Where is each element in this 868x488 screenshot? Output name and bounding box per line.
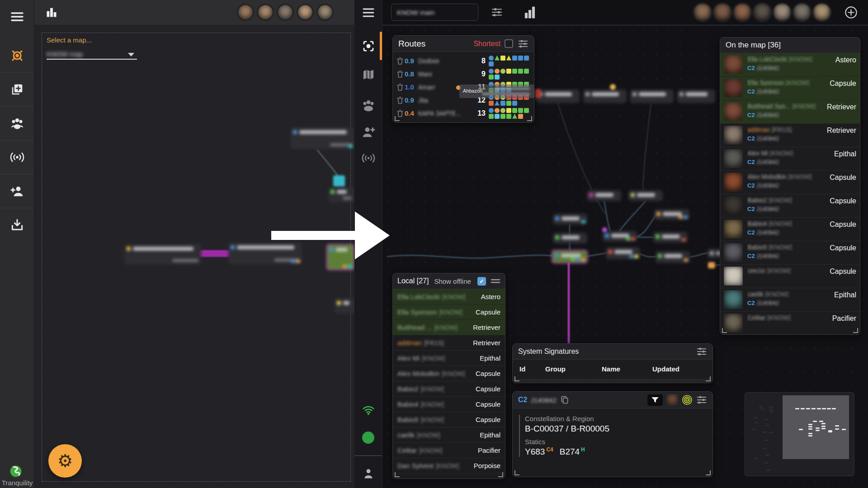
- map-system-node[interactable]: [656, 251, 690, 263]
- system-settings-sliders-icon[interactable]: [696, 394, 707, 405]
- resize-handle[interactable]: [498, 472, 503, 477]
- route-row[interactable]: 0.4 КАРА ЗАРТЕ... 13: [393, 107, 534, 120]
- map-settings-sliders-icon[interactable]: [491, 6, 503, 20]
- add-map-icon[interactable]: [0, 77, 34, 102]
- map-system-node[interactable]: [708, 262, 715, 268]
- pilot-row[interactable]: Babio5 [KNOW] C2 J140842 Capsule: [720, 241, 860, 265]
- pilot-avatar[interactable]: [724, 220, 743, 239]
- pilot-row[interactable]: addman [FR1S] C2 J140842 Retriever: [720, 124, 860, 147]
- pilot-name[interactable]: Ella LokClocki: [397, 293, 440, 300]
- resize-handle[interactable]: [395, 116, 400, 121]
- avatar[interactable]: [732, 2, 752, 22]
- map-system-node[interactable]: [677, 89, 715, 103]
- pilot-row[interactable]: Ella Syonson [KNOW] C2 J140842 Capsule: [720, 77, 860, 100]
- pilot-row[interactable]: Butthead Syo... [KNOW] C2 J140842 Retrie…: [720, 100, 860, 124]
- resize-handle[interactable]: [514, 376, 519, 381]
- map-system-node[interactable]: [333, 175, 345, 187]
- map-system-node[interactable]: [602, 227, 607, 232]
- menu-icon[interactable]: [354, 1, 382, 24]
- local-pilot-row[interactable]: Babio4 [KNOW] Capsule: [393, 397, 505, 412]
- map-name-input[interactable]: KNOW main: [391, 4, 478, 21]
- map-system-node[interactable]: [326, 244, 354, 270]
- pilot-row[interactable]: caelik [KNOW] C2 J140842 Epithal: [720, 288, 860, 312]
- map-system-node[interactable]: [654, 209, 689, 220]
- pilot-name[interactable]: Celitar: [747, 314, 765, 321]
- signature-rings-icon[interactable]: [682, 394, 693, 405]
- local-pilot-row[interactable]: caelik [KNOW] Epithal: [393, 427, 505, 443]
- pilot-row[interactable]: Alex Mi [KNOW] C2 J140842 Epithal: [720, 147, 860, 171]
- map-system-node[interactable]: [603, 231, 637, 242]
- avatar[interactable]: [277, 4, 294, 21]
- trash-icon[interactable]: [397, 84, 405, 91]
- pilot-name[interactable]: caelik: [397, 431, 415, 439]
- map-system-node[interactable]: [124, 244, 201, 265]
- pilot-name[interactable]: Alex Mi: [397, 354, 420, 362]
- avatar[interactable]: [693, 2, 712, 22]
- local-pilot-row[interactable]: Alex Molodkin [KNOW] Capsule: [393, 366, 505, 381]
- pilot-name[interactable]: Babio5: [397, 416, 419, 423]
- pilot-name[interactable]: addman: [397, 339, 422, 347]
- pilot-avatar[interactable]: [666, 394, 678, 406]
- pilot-name[interactable]: Alex Mi: [747, 150, 768, 157]
- routes-mode-label[interactable]: Shortest: [473, 40, 500, 48]
- bar-chart-icon[interactable]: [45, 6, 58, 20]
- map-system-node[interactable]: [552, 250, 588, 263]
- map-system-node[interactable]: [335, 298, 355, 314]
- pilot-name[interactable]: Babio4: [747, 220, 767, 227]
- pilot-name[interactable]: Dan Sylvest: [397, 462, 434, 469]
- dscan-funnel-icon[interactable]: [647, 394, 663, 406]
- map-system-node[interactable]: [653, 232, 688, 243]
- pilot-name[interactable]: caelik: [747, 291, 764, 298]
- route-row[interactable]: 0.8 Mani 9: [393, 67, 534, 80]
- local-pilot-row[interactable]: addman [FR1S] Retriever: [393, 335, 505, 351]
- pilot-name[interactable]: Babio2: [747, 197, 767, 204]
- minimap[interactable]: [745, 392, 854, 476]
- column-header[interactable]: Id: [519, 365, 545, 373]
- copy-icon[interactable]: [560, 395, 569, 404]
- resize-handle[interactable]: [514, 470, 519, 475]
- settings-fab[interactable]: ⚙: [48, 444, 82, 478]
- broadcast-icon[interactable]: [0, 145, 34, 169]
- local-pilot-row[interactable]: Babio5 [KNOW] Capsule: [393, 412, 505, 427]
- map-system-node[interactable]: [553, 214, 587, 225]
- trash-icon[interactable]: [397, 57, 405, 65]
- local-pilot-row[interactable]: Alex Mi [KNOW] Epithal: [393, 351, 505, 366]
- avatar[interactable]: [812, 2, 832, 22]
- pilot-avatar[interactable]: [724, 267, 743, 286]
- pilot-name[interactable]: Babio2: [397, 385, 419, 393]
- resize-handle[interactable]: [706, 376, 711, 381]
- avatar[interactable]: [792, 2, 812, 22]
- map-system-node[interactable]: [606, 247, 640, 259]
- pilot-avatar[interactable]: [724, 173, 743, 192]
- pilot-name[interactable]: Babio5: [747, 244, 767, 251]
- pilot-name[interactable]: Ella Syonson: [747, 79, 784, 86]
- groups-icon[interactable]: [354, 94, 382, 117]
- pilot-name[interactable]: Babio4: [397, 400, 419, 408]
- pilot-name[interactable]: Celitar: [397, 446, 417, 454]
- map-system-node[interactable]: [610, 84, 616, 90]
- column-header[interactable]: Updated: [652, 365, 679, 373]
- resize-handle[interactable]: [706, 470, 711, 475]
- column-header[interactable]: Group: [545, 365, 602, 373]
- pilot-row[interactable]: cee1ic [KNOW] Capsule: [720, 265, 860, 288]
- add-user-icon[interactable]: [0, 179, 34, 203]
- pilot-name[interactable]: Ella Syonson: [397, 308, 437, 316]
- pilot-row[interactable]: Ella LokClocki [KNOW] C2 J140842 Astero: [720, 53, 860, 77]
- map-system-node[interactable]: [536, 89, 580, 103]
- pilot-name[interactable]: Butthead Syo...: [747, 103, 791, 110]
- map-system-node[interactable]: [228, 243, 302, 264]
- avatar[interactable]: [237, 4, 254, 21]
- pilot-avatar[interactable]: [724, 55, 743, 74]
- signatures-settings-sliders-icon[interactable]: [696, 346, 707, 357]
- map-system-node[interactable]: [535, 89, 541, 98]
- map-system-node[interactable]: [587, 190, 621, 201]
- pilot-name[interactable]: addman: [747, 126, 770, 133]
- pilot-name[interactable]: Butthead ...: [397, 324, 432, 331]
- route-destination[interactable]: Mani: [418, 70, 474, 78]
- focus-system-icon[interactable]: [354, 35, 382, 57]
- column-header[interactable]: Name: [602, 365, 652, 373]
- groups-icon[interactable]: [0, 111, 34, 136]
- avatar[interactable]: [297, 4, 314, 21]
- pilot-avatar[interactable]: [724, 126, 743, 145]
- map-icon[interactable]: [354, 63, 382, 86]
